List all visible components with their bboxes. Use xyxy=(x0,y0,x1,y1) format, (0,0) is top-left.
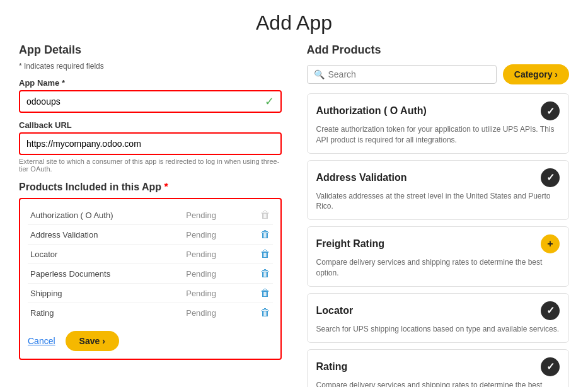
callback-url-label: Callback URL xyxy=(19,120,282,130)
product-delete-cell[interactable]: 🗑 xyxy=(246,225,273,245)
callback-url-input-wrapper xyxy=(19,132,282,155)
table-row: Address ValidationPending🗑 xyxy=(28,225,273,245)
product-remove-button[interactable]: ✓ xyxy=(541,357,560,376)
product-card-desc: Search for UPS shipping locations based … xyxy=(316,324,560,335)
search-icon: 🔍 xyxy=(314,69,325,79)
product-card-name: Locator xyxy=(316,305,354,316)
cancel-button[interactable]: Cancel xyxy=(28,336,55,346)
product-delete-cell[interactable]: 🗑 xyxy=(246,264,273,284)
save-button[interactable]: Save › xyxy=(66,331,119,351)
product-remove-button[interactable]: ✓ xyxy=(541,101,560,120)
callback-hint: External site to which a consumer of thi… xyxy=(19,158,282,173)
right-products-list: Authorization ( O Auth)✓Create authoriza… xyxy=(307,93,570,387)
product-card-desc: Compare delivery services and shipping r… xyxy=(316,257,560,279)
product-card-desc: Validates addresses at the street level … xyxy=(316,191,560,212)
search-input[interactable] xyxy=(328,69,490,79)
product-name-cell: Shipping xyxy=(28,284,183,303)
right-panel: Add Products 🔍 Category › Authorization … xyxy=(301,43,570,387)
table-row: LocatorPending🗑 xyxy=(28,245,273,264)
product-card-name: Address Validation xyxy=(316,172,407,183)
product-card-name: Freight Rating xyxy=(316,238,384,250)
product-card-header: Authorization ( O Auth)✓ xyxy=(316,101,560,120)
app-name-field-group: App Name * ✓ xyxy=(19,78,282,113)
callback-url-input[interactable] xyxy=(20,134,280,154)
search-category-row: 🔍 Category › xyxy=(307,64,570,84)
search-box: 🔍 xyxy=(307,65,497,84)
table-row: ShippingPending🗑 xyxy=(28,284,273,303)
product-delete-cell[interactable]: 🗑 xyxy=(246,303,273,323)
product-card-header: Locator✓ xyxy=(316,301,560,320)
app-name-input-wrapper: ✓ xyxy=(19,90,282,113)
product-status-cell: Pending xyxy=(183,205,246,225)
product-card-name: Authorization ( O Auth) xyxy=(316,105,427,117)
product-status-cell: Pending xyxy=(183,225,246,245)
app-name-input[interactable] xyxy=(20,91,280,112)
products-table: Authorization ( O Auth)Pending🗑Address V… xyxy=(28,205,273,322)
product-card-desc: Compare delivery services and shipping r… xyxy=(316,380,560,387)
product-card: Authorization ( O Auth)✓Create authoriza… xyxy=(307,93,570,154)
product-name-cell: Address Validation xyxy=(28,225,183,245)
product-card-header: Address Validation✓ xyxy=(316,168,560,187)
left-panel: App Details * Indicates required fields … xyxy=(19,43,301,387)
table-row: Authorization ( O Auth)Pending🗑 xyxy=(28,205,273,225)
product-card: Freight Rating+Compare delivery services… xyxy=(307,226,570,287)
callback-url-field-group: Callback URL External site to which a co… xyxy=(19,120,282,173)
product-card-header: Freight Rating+ xyxy=(316,234,560,253)
products-included-title: Products Included in this App * xyxy=(19,182,282,193)
product-card: Locator✓Search for UPS shipping location… xyxy=(307,293,570,343)
product-card-name: Rating xyxy=(316,361,348,373)
product-status-cell: Pending xyxy=(183,264,246,284)
form-actions: Cancel Save › xyxy=(28,331,273,351)
required-note: * Indicates required fields xyxy=(19,62,282,71)
category-button[interactable]: Category › xyxy=(503,64,569,84)
app-details-title: App Details xyxy=(19,43,282,57)
product-add-button[interactable]: + xyxy=(541,234,560,253)
product-status-cell: Pending xyxy=(183,284,246,303)
add-products-title: Add Products xyxy=(307,43,570,57)
table-row: RatingPending🗑 xyxy=(28,303,273,323)
product-name-cell: Paperless Documents xyxy=(28,264,183,284)
page-title: Add App xyxy=(0,0,588,43)
product-status-cell: Pending xyxy=(183,245,246,264)
product-name-cell: Locator xyxy=(28,245,183,264)
products-included-section: Products Included in this App * Authoriz… xyxy=(19,182,282,360)
product-name-cell: Authorization ( O Auth) xyxy=(28,205,183,225)
product-delete-cell[interactable]: 🗑 xyxy=(246,284,273,303)
product-name-cell: Rating xyxy=(28,303,183,323)
product-remove-button[interactable]: ✓ xyxy=(541,168,560,187)
table-row: Paperless DocumentsPending🗑 xyxy=(28,264,273,284)
check-icon: ✓ xyxy=(265,95,274,108)
product-status-cell: Pending xyxy=(183,303,246,323)
product-card-header: Rating✓ xyxy=(316,357,560,376)
product-card: Rating✓Compare delivery services and shi… xyxy=(307,349,570,387)
app-name-label: App Name * xyxy=(19,78,282,88)
product-delete-cell: 🗑 xyxy=(246,205,273,225)
product-card: Address Validation✓Validates addresses a… xyxy=(307,160,570,221)
product-remove-button[interactable]: ✓ xyxy=(541,301,560,320)
products-table-wrapper: Authorization ( O Auth)Pending🗑Address V… xyxy=(19,198,282,360)
product-delete-cell[interactable]: 🗑 xyxy=(246,245,273,264)
product-card-desc: Create authorization token for your appl… xyxy=(316,124,560,146)
